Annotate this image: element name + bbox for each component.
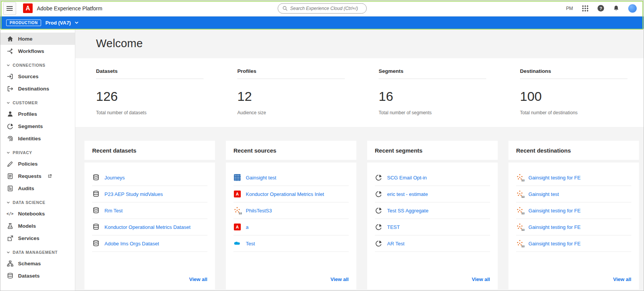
sidebar-section-title: CONNECTIONS (13, 63, 45, 67)
help-icon[interactable]: ? (598, 5, 604, 12)
list-item[interactable]: Test (233, 235, 349, 252)
sidebar-section-connections[interactable]: CONNECTIONS (0, 57, 75, 70)
recent-cards-row: Recent datasets Journeys P23 AEP Study m… (75, 141, 644, 289)
sidebar-item-label: Models (18, 223, 36, 229)
stat-label: Segments (379, 68, 486, 79)
list-item[interactable]: Gainsight testing for FE (516, 235, 631, 252)
view-all-link[interactable]: View all (331, 276, 349, 282)
sidebar-item-sources[interactable]: Sources (0, 70, 75, 82)
list-item[interactable]: Rm Test (92, 202, 207, 219)
sidebar-item-policies[interactable]: Policies (0, 158, 75, 170)
home-icon (7, 36, 13, 42)
list-item[interactable]: P23 AEP Study midValues (92, 186, 207, 202)
list-item[interactable]: Gainsight test (233, 169, 349, 186)
sidebar-section-data-management[interactable]: DATA MANAGEMENT (0, 244, 75, 257)
list-item[interactable]: SCG Email Opt-in (375, 169, 490, 186)
list-item[interactable]: Konductor Operational Metrics Dataset (92, 219, 207, 235)
list-item[interactable]: Gainsight testing for FE (516, 202, 631, 219)
item-link[interactable]: Gainsight testing for FE (528, 208, 581, 214)
sidebar-item-datasets[interactable]: Datasets (0, 270, 75, 282)
sidebar-section-data-science[interactable]: DATA SCIENCE (0, 194, 75, 207)
item-link[interactable]: Rm Test (104, 208, 123, 214)
item-link[interactable]: AR Test (387, 241, 404, 247)
sidebar-item-label: Services (18, 235, 40, 241)
sidebar-item-segments[interactable]: Segments (0, 120, 75, 132)
item-link[interactable]: Journeys (104, 175, 125, 181)
user-avatar[interactable] (628, 4, 637, 13)
sidebar-section-privacy[interactable]: PRIVACY (0, 145, 75, 158)
sidebar-item-schemas[interactable]: Schemas (0, 257, 75, 270)
hamburger-menu-button[interactable] (3, 2, 16, 15)
sidebar-item-audits[interactable]: Audits (0, 182, 75, 194)
list-item[interactable]: Gainsight testing for FE (516, 219, 631, 235)
list-item[interactable]: Adobe Ims Orgs Dataset (92, 235, 207, 252)
s3-icon (516, 174, 524, 181)
sidebar-item-workflows[interactable]: Workflows (0, 45, 75, 57)
s3-icon (516, 240, 524, 247)
app-switcher-button[interactable] (582, 5, 589, 12)
s3-icon (516, 191, 524, 197)
stat-label: Datasets (96, 68, 204, 79)
stat-datasets: Datasets 126 Total number of datasets (84, 68, 215, 115)
chevron-down-icon (7, 64, 10, 67)
list-item[interactable]: a (233, 219, 349, 235)
search-input[interactable] (290, 6, 362, 11)
sidebar-item-home[interactable]: Home (0, 33, 75, 45)
list-item[interactable]: Gainsight test (516, 186, 631, 202)
sidebar-item-label: Schemas (18, 261, 41, 266)
view-all-link[interactable]: View all (472, 276, 490, 282)
policies-icon (7, 161, 13, 167)
item-link[interactable]: P23 AEP Study midValues (104, 191, 163, 197)
sidebar-item-label: Notebooks (18, 211, 45, 217)
item-link[interactable]: eric test - estimate (387, 191, 428, 197)
list-item[interactable]: Test SS Aggregate (375, 202, 490, 219)
stat-caption: Total number of datasets (96, 110, 204, 115)
list-item[interactable]: PhilsTestS3 (233, 202, 349, 219)
item-link[interactable]: Adobe Ims Orgs Dataset (104, 241, 159, 247)
item-link[interactable]: Gainsight testing for FE (528, 241, 581, 247)
item-link[interactable]: Konductor Operational Metrics Dataset (104, 224, 190, 230)
sidebar-item-profiles[interactable]: Profiles (0, 108, 75, 120)
sidebar-item-requests[interactable]: Requests (0, 170, 75, 182)
list-item[interactable]: Konductor Operational Metrics Inlet (233, 186, 349, 202)
list-item[interactable]: TEST (375, 219, 490, 235)
sources-icon (7, 73, 13, 80)
sandbox-picker[interactable]: Prod (VA7) (45, 20, 79, 26)
list-item[interactable]: eric test - estimate (375, 186, 490, 202)
sidebar-section-customer[interactable]: CUSTOMER (0, 95, 75, 108)
sidebar-item-identities[interactable]: Identities (0, 132, 75, 145)
item-link[interactable]: Gainsight testing for FE (528, 175, 581, 181)
divider (379, 79, 486, 79)
environment-badge: PRODUCTION (6, 20, 41, 26)
chevron-down-icon (7, 101, 10, 105)
sidebar-item-models[interactable]: Models (0, 220, 75, 232)
sidebar-item-destinations[interactable]: Destinations (0, 82, 75, 95)
sidebar-item-label: Sources (18, 74, 38, 79)
view-all-link[interactable]: View all (613, 276, 631, 282)
notifications-button[interactable] (613, 5, 619, 12)
item-link[interactable]: Konductor Operational Metrics Inlet (246, 191, 324, 197)
item-link[interactable]: Gainsight test (528, 191, 559, 197)
list-item[interactable]: Gainsight testing for FE (516, 169, 631, 186)
bell-icon (613, 5, 619, 12)
item-link[interactable]: Test (246, 241, 255, 247)
item-link[interactable]: PhilsTestS3 (246, 208, 272, 214)
item-link[interactable]: Gainsight testing for FE (528, 224, 581, 230)
view-all-link[interactable]: View all (189, 276, 207, 282)
item-link[interactable]: Test SS Aggregate (387, 208, 429, 214)
card-title: Recent segments (375, 147, 422, 154)
item-link[interactable]: Gainsight test (246, 175, 276, 181)
card-header: Recent segments (367, 141, 498, 163)
card-footer: View all (226, 270, 356, 289)
list-item[interactable]: AR Test (375, 235, 490, 252)
grid-icon (582, 5, 589, 12)
item-link[interactable]: a (246, 224, 248, 230)
sidebar-item-services[interactable]: Services (0, 232, 75, 244)
card-title: Recent datasets (92, 147, 136, 154)
item-link[interactable]: SCG Email Opt-in (387, 175, 427, 181)
stat-caption: Total number of segments (379, 110, 486, 115)
stat-profiles: Profiles 12 Audience size (226, 68, 356, 115)
item-link[interactable]: TEST (387, 224, 400, 230)
sidebar-item-notebooks[interactable]: </> Notebooks (0, 207, 75, 220)
list-item[interactable]: Journeys (92, 169, 207, 186)
